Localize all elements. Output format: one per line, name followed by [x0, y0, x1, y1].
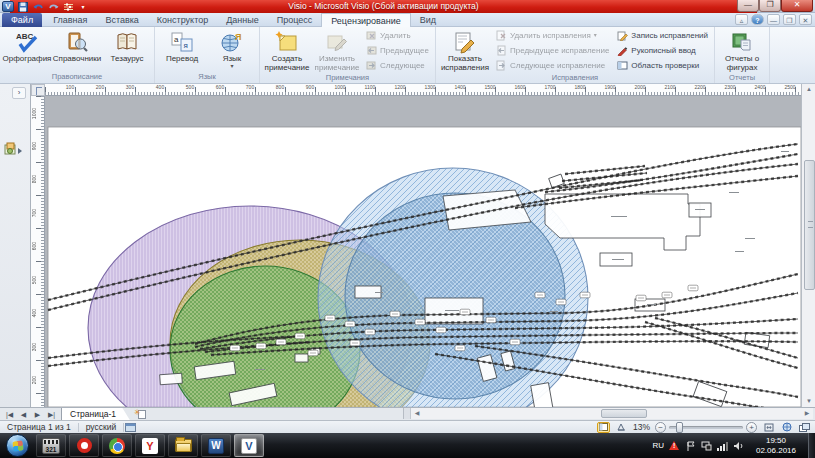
tray-language[interactable]: RU: [652, 441, 664, 450]
track-markup-button[interactable]: Запись исправлений: [615, 28, 710, 42]
v-scroll-thumb[interactable]: [804, 160, 815, 290]
track-label-chip[interactable]: [415, 319, 425, 325]
previous-comment-button[interactable]: Предыдущее: [364, 43, 431, 57]
tray-volume-icon[interactable]: [733, 440, 744, 451]
track-label-chip[interactable]: [486, 317, 496, 323]
doc-minimize-icon[interactable]: —: [767, 14, 780, 25]
insert-page-button[interactable]: ✳: [134, 409, 150, 420]
save-icon[interactable]: [17, 1, 29, 12]
building[interactable]: [295, 354, 308, 362]
language-button[interactable]: Я Язык ▾: [207, 28, 257, 72]
pan-zoom-icon[interactable]: [780, 422, 793, 433]
tray-flag-icon[interactable]: [685, 440, 696, 451]
qat-dropdown-icon[interactable]: ▾: [77, 1, 89, 12]
review-pane-button[interactable]: Область проверки: [615, 58, 710, 72]
ink-button[interactable]: Рукописный ввод: [615, 43, 710, 57]
next-markup-button[interactable]: Следующее исправление: [494, 58, 611, 72]
taskbar-opera-icon[interactable]: [69, 434, 99, 457]
page-tab[interactable]: Страница-1: [61, 408, 130, 421]
shapes-window-icon[interactable]: [4, 142, 24, 158]
whole-page-view-icon[interactable]: [597, 422, 610, 433]
v-ruler[interactable]: 1000900800700600500400300200: [31, 96, 45, 407]
tab-insert[interactable]: Вставка: [96, 13, 147, 27]
track-label-chip[interactable]: [295, 333, 305, 339]
prev-page-icon[interactable]: ◀: [17, 409, 30, 420]
track-label-chip[interactable]: [455, 345, 465, 351]
taskbar-chrome-icon[interactable]: [102, 434, 132, 457]
close-button[interactable]: ✕: [781, 0, 813, 12]
track-label-chip[interactable]: [636, 295, 646, 301]
track-label-chip[interactable]: [390, 311, 400, 317]
zoom-out-icon[interactable]: −: [655, 422, 666, 433]
tab-home[interactable]: Главная: [44, 13, 96, 27]
track-label-chip[interactable]: [460, 309, 470, 315]
track-label-chip[interactable]: [308, 350, 318, 356]
page-indicator[interactable]: Страница 1 из 1: [0, 422, 78, 432]
start-button[interactable]: [6, 434, 29, 457]
track-label-chip[interactable]: [688, 285, 698, 291]
tab-view[interactable]: Вид: [411, 13, 445, 27]
tab-process[interactable]: Процесс: [268, 13, 322, 27]
taskbar-visio-icon[interactable]: V: [234, 434, 264, 457]
tab-scroll-splitter[interactable]: [403, 408, 410, 419]
redo-icon[interactable]: [47, 1, 59, 12]
first-page-icon[interactable]: |◀: [3, 409, 16, 420]
minimize-button[interactable]: —: [737, 0, 759, 12]
track-label-chip[interactable]: [276, 339, 286, 345]
new-comment-button[interactable]: Создать примечание: [262, 28, 312, 73]
delete-comment-button[interactable]: Удалить: [364, 28, 431, 42]
visio-app-icon[interactable]: V: [2, 1, 14, 12]
track-label-chip[interactable]: [256, 343, 266, 349]
drawing-canvas[interactable]: [45, 96, 801, 407]
fit-page-icon[interactable]: [762, 422, 775, 433]
taskbar-word-icon[interactable]: W: [201, 434, 231, 457]
track-label-chip[interactable]: [510, 339, 520, 345]
taskbar-explorer-icon[interactable]: [168, 434, 198, 457]
track-label-chip[interactable]: [230, 345, 240, 351]
track-label-chip[interactable]: [325, 315, 335, 321]
doc-restore-icon[interactable]: ❐: [783, 14, 796, 25]
track-label-chip[interactable]: [365, 329, 375, 335]
scroll-up-icon[interactable]: ▲: [803, 84, 815, 95]
track-label-chip[interactable]: [350, 340, 360, 346]
h-scroll-thumb[interactable]: [601, 409, 647, 418]
zoom-in-icon[interactable]: +: [746, 422, 757, 433]
v-scrollbar[interactable]: ▲ ▼: [801, 84, 815, 407]
help-icon[interactable]: ?: [751, 14, 764, 25]
building[interactable]: [160, 373, 183, 385]
language-indicator[interactable]: русский: [79, 422, 124, 432]
show-desktop-button[interactable]: [808, 433, 815, 458]
delete-markup-button[interactable]: Удалить исправления ▾: [494, 28, 611, 42]
track-label-chip[interactable]: [436, 327, 446, 333]
thesaurus-button[interactable]: Тезаурус: [102, 28, 152, 72]
zoom-thumb[interactable]: [676, 422, 683, 433]
zoom-level[interactable]: 13%: [633, 422, 650, 432]
tab-data[interactable]: Данные: [217, 13, 268, 27]
h-scrollbar[interactable]: ◀ ▶: [410, 408, 813, 419]
scroll-down-icon[interactable]: ▼: [803, 396, 815, 407]
track-label-chip[interactable]: [345, 321, 355, 327]
fullscreen-icon[interactable]: [615, 422, 628, 433]
tray-signal-icon[interactable]: [717, 440, 728, 451]
track-label-chip[interactable]: [662, 292, 672, 298]
scroll-left-icon[interactable]: ◀: [411, 408, 423, 419]
edit-comment-button[interactable]: Изменить примечание: [312, 28, 362, 73]
zoom-track[interactable]: [669, 426, 743, 429]
translate-button[interactable]: aя Перевод: [157, 28, 207, 72]
taskbar-mpc-icon[interactable]: 321: [36, 434, 66, 457]
shape-reports-button[interactable]: Отчеты о фигурах: [717, 28, 767, 73]
expand-shapes-icon[interactable]: ›: [12, 87, 26, 99]
last-page-icon[interactable]: ▶|: [45, 409, 58, 420]
tray-network-icon[interactable]: [701, 440, 712, 451]
tray-warning-icon[interactable]: [669, 440, 680, 451]
next-comment-button[interactable]: Следующее: [364, 58, 431, 72]
previous-markup-button[interactable]: Предыдущее исправление: [494, 43, 611, 57]
taskbar-yandex-icon[interactable]: Y: [135, 434, 165, 457]
track-label-chip[interactable]: [535, 292, 545, 298]
research-button[interactable]: Справочники: [52, 28, 102, 72]
undo-icon[interactable]: [32, 1, 44, 12]
tab-design[interactable]: Конструктор: [148, 13, 217, 27]
customize-icon[interactable]: [62, 1, 74, 12]
h-ruler[interactable]: 0100200300400500600700800900100011001200…: [45, 84, 801, 96]
macro-record-icon[interactable]: [124, 422, 137, 433]
